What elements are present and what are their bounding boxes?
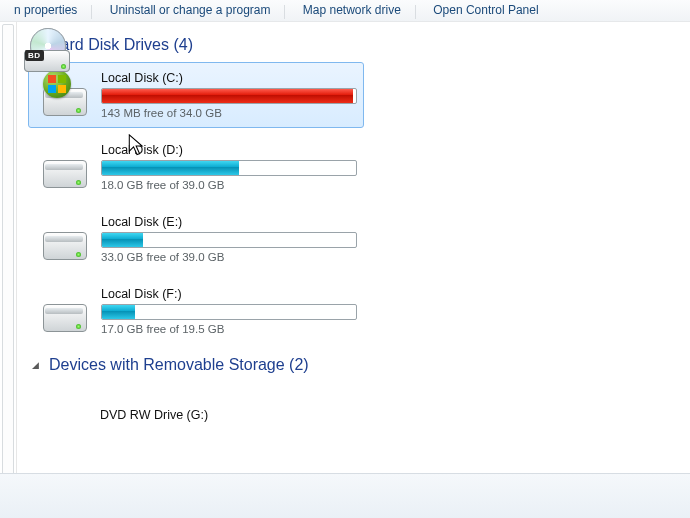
drive-free-text: 17.0 GB free of 19.5 GB bbox=[101, 323, 357, 335]
device-dvd-rw-g[interactable]: DVD DVD RW Drive (G:) bbox=[28, 382, 364, 448]
hdd-icon bbox=[35, 140, 91, 194]
drive-free-text: 33.0 GB free of 39.0 GB bbox=[101, 251, 357, 263]
drive-name: Local Disk (C:) bbox=[101, 71, 357, 85]
toolbar-item-map-network[interactable]: Map network drive bbox=[289, 0, 415, 17]
drive-local-disk-d[interactable]: Local Disk (D:) 18.0 GB free of 39.0 GB bbox=[28, 134, 364, 200]
drive-local-disk-e[interactable]: Local Disk (E:) 33.0 GB free of 39.0 GB bbox=[28, 206, 364, 272]
device-name: DVD RW Drive (G:) bbox=[100, 408, 208, 422]
hdd-icon bbox=[35, 284, 91, 338]
toolbar-separator bbox=[284, 5, 285, 19]
drive-local-disk-f[interactable]: Local Disk (F:) 17.0 GB free of 19.5 GB bbox=[28, 278, 364, 344]
capacity-bar bbox=[101, 232, 357, 248]
collapse-triangle-icon[interactable]: ◢ bbox=[32, 360, 39, 370]
toolbar-item-properties[interactable]: n properties bbox=[0, 0, 91, 17]
drive-free-text: 143 MB free of 34.0 GB bbox=[101, 107, 357, 119]
toolbar-item-uninstall[interactable]: Uninstall or change a program bbox=[96, 0, 285, 17]
capacity-fill bbox=[102, 161, 239, 175]
capacity-bar bbox=[101, 160, 357, 176]
capacity-bar bbox=[101, 304, 357, 320]
capacity-bar bbox=[101, 88, 357, 104]
drive-local-disk-c[interactable]: Local Disk (C:) 143 MB free of 34.0 GB bbox=[28, 62, 364, 128]
capacity-fill bbox=[102, 305, 135, 319]
toolbar-separator bbox=[415, 5, 416, 19]
details-pane bbox=[0, 473, 690, 518]
optical-drive-icon: BD bbox=[34, 460, 90, 474]
navigation-pane-collapsed[interactable] bbox=[0, 22, 17, 474]
hdd-icon bbox=[35, 212, 91, 266]
device-bd-rom-h[interactable]: BD BD-ROM Drive (H:) bbox=[28, 454, 364, 474]
removable-grid: DVD DVD RW Drive (G:) BD BD-ROM Drive (H… bbox=[28, 382, 686, 474]
group-header-removable[interactable]: ◢Devices with Removable Storage (2) bbox=[28, 350, 686, 382]
toolbar: n properties Uninstall or change a progr… bbox=[0, 0, 690, 22]
group-header-removable-label: Devices with Removable Storage (2) bbox=[49, 356, 309, 373]
content-area: ◢Hard Disk Drives (4) Local Disk (C:) 14… bbox=[16, 22, 690, 474]
drive-name: Local Disk (E:) bbox=[101, 215, 357, 229]
media-badge: BD bbox=[25, 50, 44, 61]
drive-name: Local Disk (F:) bbox=[101, 287, 357, 301]
capacity-fill bbox=[102, 233, 143, 247]
drive-name: Local Disk (D:) bbox=[101, 143, 357, 157]
optical-drive-icon: DVD bbox=[34, 388, 90, 442]
toolbar-separator bbox=[91, 5, 92, 19]
hdd-grid: Local Disk (C:) 143 MB free of 34.0 GB L… bbox=[28, 62, 686, 350]
group-header-hdd[interactable]: ◢Hard Disk Drives (4) bbox=[28, 30, 686, 62]
toolbar-item-control-panel[interactable]: Open Control Panel bbox=[419, 0, 552, 17]
capacity-fill bbox=[102, 89, 353, 103]
hdd-icon bbox=[35, 68, 91, 122]
group-header-hdd-label: Hard Disk Drives (4) bbox=[49, 36, 193, 53]
drive-free-text: 18.0 GB free of 39.0 GB bbox=[101, 179, 357, 191]
